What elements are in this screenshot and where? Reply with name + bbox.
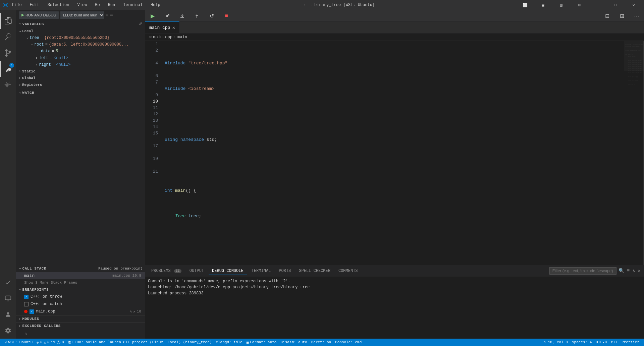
debug-restart-button[interactable]: ↺ <box>207 11 216 20</box>
tab-close-icon[interactable]: ✕ <box>172 25 175 31</box>
activity-git[interactable] <box>0 45 16 61</box>
local-section-header[interactable]: › Local <box>16 28 145 35</box>
minimize-button[interactable]: ─ <box>590 0 605 10</box>
bp-main-checkbox[interactable]: ✓ <box>30 309 34 314</box>
status-clangd[interactable]: clangd: idle <box>214 339 244 346</box>
close-button[interactable]: ✕ <box>626 0 641 10</box>
status-spaces[interactable]: Spaces: 4 <box>570 339 594 346</box>
debug-step-over-button[interactable] <box>163 11 172 20</box>
filter-search-icon[interactable]: 🔍 <box>618 267 625 275</box>
breakpoints-chevron-icon: › <box>18 289 22 291</box>
variables-header[interactable]: › VARIABLES ⤢ <box>16 20 145 28</box>
breakpoints-header[interactable]: › BREAKPOINTS <box>16 286 145 293</box>
editor-layout-button[interactable]: ⊟ <box>602 11 612 20</box>
debug-step-into-button[interactable] <box>177 11 187 20</box>
excluded-callers-header[interactable]: › EXCLUDED CALLERS <box>16 323 145 329</box>
static-section-header[interactable]: › Static <box>16 68 145 75</box>
show-more-frames[interactable]: Show 3 More Stack Frames <box>16 279 145 286</box>
menu-view[interactable]: View <box>76 2 88 8</box>
breadcrumb-main[interactable]: main <box>177 35 187 40</box>
status-format[interactable]: ▦ Format: auto <box>245 339 279 346</box>
activity-extensions[interactable] <box>0 77 16 93</box>
data-var-item[interactable]: data = 5 <box>16 48 145 55</box>
debug-continue-button[interactable]: ▶ <box>148 11 157 20</box>
menu-selection[interactable]: Selection <box>46 2 71 8</box>
tree-var-item[interactable]: › tree = {root:0x00005555555556b2b0} <box>16 35 145 41</box>
registers-chevron-icon: › <box>19 83 21 87</box>
right-var-item[interactable]: › right = <null> <box>16 61 145 68</box>
activity-accounts[interactable] <box>0 306 16 323</box>
registers-section-header[interactable]: › Registers <box>16 81 145 88</box>
modules-label: MODULES <box>22 317 39 321</box>
status-debug-info[interactable]: ⛃ LLDB: build and launch C++ project (Li… <box>66 339 214 346</box>
menu-run[interactable]: Run <box>107 2 117 8</box>
activity-settings[interactable] <box>0 323 16 339</box>
bp-cpp-catch[interactable]: C++: on catch <box>16 300 145 308</box>
status-lang[interactable]: C++ <box>609 339 620 346</box>
run-debug-button[interactable]: ▶ RUN AND DEBUG <box>19 11 59 19</box>
global-section-header[interactable]: › Global <box>16 75 145 81</box>
callstack-main-item[interactable]: main main.cpp 10:8 <box>16 272 145 279</box>
activity-testing[interactable] <box>0 274 16 290</box>
excluded-callers-expand[interactable]: › <box>16 329 145 339</box>
disasm-label: Disasm: auto <box>280 340 307 344</box>
activity-explorer[interactable] <box>0 13 16 29</box>
editor-more-button[interactable]: ⋯ <box>632 11 641 20</box>
panel-filter-input[interactable] <box>549 267 616 275</box>
activity-remote[interactable] <box>0 290 16 306</box>
activity-debug[interactable]: 1 <box>0 61 16 77</box>
status-wsl[interactable]: ⚡ WSL: Ubuntu <box>3 339 35 346</box>
layout-icon-1[interactable]: ⬜ <box>517 0 533 10</box>
tab-problems[interactable]: PROBLEMS 11 <box>148 267 185 275</box>
status-encoding[interactable]: UTF-8 <box>594 339 609 346</box>
debug-step-out-button[interactable] <box>192 11 202 20</box>
launch-config-select[interactable]: LLDB: build and laun <box>60 11 104 19</box>
layout-icon-4[interactable]: ⊞ <box>572 0 587 10</box>
tab-debug-console[interactable]: DEBUG CONSOLE <box>209 267 247 275</box>
breadcrumb-maincpp[interactable]: main.cpp <box>153 35 172 40</box>
tab-output[interactable]: OUTPUT <box>186 267 207 275</box>
nav-forward-icon[interactable]: → <box>309 3 312 7</box>
left-var-item[interactable]: › left = <null> <box>16 55 145 61</box>
status-console[interactable]: Console: cmd <box>333 339 364 346</box>
bp-main-cpp[interactable]: ✓ main.cpp ✎ ✕ 10 <box>16 308 145 315</box>
bp-edit-icon[interactable]: ✎ <box>130 309 132 314</box>
variables-expand-icon[interactable]: ⤢ <box>139 21 143 26</box>
menu-edit[interactable]: Edit <box>29 2 41 8</box>
root-var-item[interactable]: › root = {data:5, left:0x00000000000000.… <box>16 41 145 48</box>
callstack-header[interactable]: › CALL STACK Paused on breakpoint <box>16 265 145 272</box>
nav-back-icon[interactable]: ← <box>304 3 307 7</box>
tree-var-name: tree <box>30 36 39 40</box>
tab-spell-checker[interactable]: SPELL CHECKER <box>296 267 334 275</box>
maximize-button[interactable]: □ <box>608 0 623 10</box>
tab-main-cpp[interactable]: main.cpp ✕ <box>145 21 179 33</box>
status-prettier[interactable]: Prettier <box>620 339 641 346</box>
panel-close-icon[interactable]: ✕ <box>637 267 641 275</box>
gear-icon[interactable]: ⚙ <box>106 12 108 18</box>
layout-icon-2[interactable]: ▣ <box>535 0 551 10</box>
watch-header[interactable]: › WATCH <box>16 90 145 96</box>
status-deret[interactable]: Deret: on <box>309 339 333 346</box>
menu-file[interactable]: File <box>11 2 23 8</box>
tab-ports[interactable]: PORTS <box>275 267 294 275</box>
panel-chevron-up-icon[interactable]: ∧ <box>632 267 636 275</box>
bp-throw-checkbox[interactable]: ✓ <box>24 295 29 299</box>
more-icon[interactable]: ⋯ <box>110 12 113 18</box>
menu-go[interactable]: Go <box>94 2 101 8</box>
tab-comments[interactable]: COMMENTS <box>335 267 361 275</box>
menu-terminal[interactable]: Terminal <box>122 2 144 8</box>
editor-split-button[interactable]: ⊞ <box>617 11 627 20</box>
status-errors[interactable]: ⊗ 0 ⚠ 0 11 ⓪ 0 <box>35 339 66 346</box>
menu-help[interactable]: Help <box>149 2 162 8</box>
panel-collapse-icon[interactable]: ≡ <box>626 267 630 275</box>
bp-delete-icon[interactable]: ✕ <box>133 309 136 314</box>
bp-cpp-throw[interactable]: ✓ C++: on throw <box>16 293 145 300</box>
modules-header[interactable]: › MODULES <box>16 315 145 322</box>
debug-stop-button[interactable]: ■ <box>222 11 231 20</box>
tab-terminal[interactable]: TERMINAL <box>248 267 274 275</box>
activity-search[interactable] <box>0 29 16 45</box>
status-disasm[interactable]: Disasm: auto <box>278 339 309 346</box>
status-line-col[interactable]: Ln 10, Col 8 <box>539 339 570 346</box>
bp-catch-checkbox[interactable] <box>24 302 29 306</box>
layout-icon-3[interactable]: ▥ <box>553 0 569 10</box>
